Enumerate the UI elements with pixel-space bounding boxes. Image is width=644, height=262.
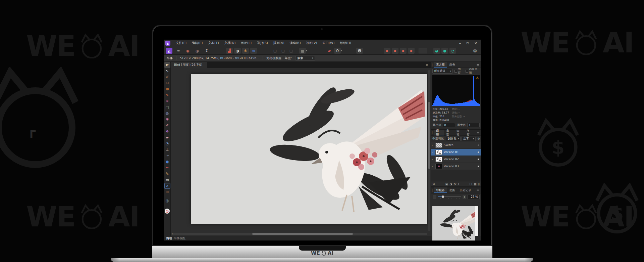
auto-contrast-button[interactable]: ◑ xyxy=(234,48,241,54)
sharpen-tool-icon[interactable]: ✒ xyxy=(164,165,170,171)
auto-levels-button[interactable]: ▟ xyxy=(226,48,233,54)
smooth-brush-tool-icon[interactable]: ✑ xyxy=(164,153,170,159)
auto-colors-button[interactable]: ❀ xyxy=(242,48,249,54)
duplicate-layer-icon[interactable]: ⧉ xyxy=(433,182,435,186)
panel-menu-icon[interactable]: ≡ xyxy=(475,62,481,68)
navigator-tab-2[interactable]: 历史记录 xyxy=(458,187,474,193)
insert-replace-button[interactable]: ▪ xyxy=(408,48,415,54)
account-button[interactable]: ☺ xyxy=(472,48,478,54)
dodge-tool-icon[interactable]: ✎ xyxy=(164,171,170,177)
visibility-dot-icon[interactable] xyxy=(478,144,479,146)
blur-tool-icon[interactable]: ◔ xyxy=(164,141,170,146)
zoom-tool-icon[interactable]: ◎ xyxy=(164,198,170,204)
text-tool-icon[interactable]: A xyxy=(164,183,170,189)
checkbox-icon[interactable] xyxy=(454,70,457,73)
no-entry-badge-icon[interactable]: ⊘ xyxy=(165,209,170,214)
layers-tab-0[interactable]: 图层 xyxy=(434,130,444,135)
layer-row-sketch[interactable]: ›Sketch xyxy=(431,142,481,149)
layers-tab-3[interactable]: 库存 xyxy=(464,130,474,135)
flood-select-tool-icon[interactable]: ✎ xyxy=(164,92,170,98)
units-dropdown[interactable]: 像素 ▾ xyxy=(295,56,315,60)
liquify-persona-button[interactable]: ≈ xyxy=(175,48,182,54)
mesh-warp-tool-icon[interactable]: ⊞ xyxy=(164,189,170,195)
paint-brush-tool-icon[interactable]: ✐ xyxy=(164,123,170,128)
vertical-scrollbar[interactable] xyxy=(428,70,430,231)
rectangle-tool-icon[interactable]: ▭ xyxy=(164,177,170,183)
group-icon[interactable]: ❐ xyxy=(470,182,472,186)
mask-icon[interactable]: ▣ xyxy=(445,182,448,186)
menu-item-1[interactable]: 编辑[E] xyxy=(189,41,205,45)
zoom-slider-knob[interactable] xyxy=(442,195,444,198)
expand-icon[interactable]: › xyxy=(432,150,434,154)
crop-tool-icon[interactable]: ⊡ xyxy=(164,80,170,86)
mixer-brush-tool-icon[interactable]: ❖ xyxy=(164,129,170,134)
gear-icon[interactable]: ⚙ xyxy=(477,137,480,140)
document-page[interactable] xyxy=(191,74,427,224)
magic-wand-tool-icon[interactable]: ✶ xyxy=(164,98,170,104)
visibility-dot-icon[interactable] xyxy=(478,166,479,167)
menu-item-5[interactable]: 选择[S] xyxy=(254,41,270,45)
auto-white-balance-button[interactable]: ⊕ xyxy=(250,48,257,54)
menu-item-7[interactable]: 滤镜[R] xyxy=(287,41,303,45)
horizontal-scrollbar[interactable]: ◂ xyxy=(171,233,427,235)
spray-tool-icon[interactable]: ✺ xyxy=(164,117,170,122)
insert-behind-button[interactable]: ▪ xyxy=(384,48,390,54)
checkbox-icon[interactable] xyxy=(466,70,468,73)
layer-row-version-03[interactable]: ›❀Version 03 xyxy=(431,163,481,170)
adjustment-icon[interactable]: ◑ xyxy=(449,182,452,186)
develop-persona-button[interactable]: ◉ xyxy=(184,48,191,54)
live-filter-icon[interactable]: I xyxy=(458,182,459,186)
color-picker-tool-icon[interactable]: ✐ xyxy=(164,74,170,80)
zoom-slider[interactable] xyxy=(438,195,461,199)
horizontal-scroll-thumb[interactable] xyxy=(252,233,353,235)
fx-icon[interactable]: fx xyxy=(454,182,457,186)
navigator-tab-0[interactable]: 导航器 xyxy=(434,187,447,193)
opacity-dropdown[interactable]: 100 % ▾ xyxy=(446,137,461,141)
chevron-down-icon[interactable]: ▾ xyxy=(306,49,309,52)
panel-menu-icon[interactable]: ≡ xyxy=(475,130,481,135)
selection-brush-tool-icon[interactable]: ❂ xyxy=(164,86,170,92)
max-input[interactable]: 1 xyxy=(467,123,480,127)
expand-icon[interactable]: › xyxy=(432,143,434,147)
scroll-left-arrow-icon[interactable]: ◂ xyxy=(171,232,173,235)
histogram-tab-1[interactable]: 颜色 xyxy=(447,62,458,68)
export-persona-button[interactable]: ↧ xyxy=(203,48,210,54)
align-button-1[interactable]: ▢ xyxy=(272,48,278,54)
marquee-tool-icon[interactable]: ▢ xyxy=(164,104,170,110)
align-button-3[interactable]: ▢ xyxy=(288,48,294,54)
visibility-dot-icon[interactable] xyxy=(478,159,479,160)
layers-tab-2[interactable]: 画笔 xyxy=(454,130,464,135)
snapping-preset-button[interactable]: ▰ xyxy=(326,48,333,54)
disabled-field[interactable] xyxy=(419,48,427,53)
selection-teal-button-1[interactable]: ◕ xyxy=(433,48,440,54)
close-document-icon[interactable]: × xyxy=(423,63,431,67)
snapping-magnet-button[interactable]: Ω xyxy=(334,48,341,54)
zoom-out-button[interactable]: − xyxy=(433,195,436,199)
close-button[interactable]: × xyxy=(474,42,477,45)
channel-dropdown[interactable]: 所有通道 ▾ xyxy=(432,69,453,74)
maximize-button[interactable]: ▢ xyxy=(466,42,469,45)
histogram-checkbox-1[interactable]: 选取范围 xyxy=(466,67,480,75)
min-input[interactable]: 0 xyxy=(443,123,455,127)
app-logo-icon[interactable]: ◭ xyxy=(165,41,170,46)
blend-mode-dropdown[interactable]: 正常 ▾ xyxy=(462,137,476,141)
layer-row-version-02[interactable]: ›Version 02 xyxy=(431,156,481,163)
vertical-scroll-thumb[interactable] xyxy=(428,102,430,169)
chevron-down-icon[interactable]: ▾ xyxy=(341,49,343,52)
tonemap-persona-button[interactable]: ◎ xyxy=(194,48,201,54)
menu-item-9[interactable]: 窗口[W] xyxy=(320,41,337,45)
insert-above-button[interactable]: ▪ xyxy=(392,48,398,54)
layer-row-version-01[interactable]: ›Version 01 xyxy=(431,149,481,156)
menu-item-6[interactable]: 排列[A] xyxy=(270,41,287,45)
assistant-button[interactable]: ☻ xyxy=(356,48,363,54)
smudge-tool-icon[interactable]: ● xyxy=(164,159,170,165)
pixel-tool-icon[interactable]: ◍ xyxy=(164,111,170,116)
align-button-2[interactable]: ▢ xyxy=(280,48,286,54)
menu-item-8[interactable]: 视图[V] xyxy=(303,41,320,45)
new-layer-icon[interactable]: ▦ xyxy=(474,182,476,186)
navigator-tab-1[interactable]: 变换 xyxy=(447,187,458,193)
histogram-tab-0[interactable]: 直方图 xyxy=(434,62,447,68)
layers-tab-1[interactable]: 通道 xyxy=(444,130,454,135)
expand-icon[interactable]: › xyxy=(432,158,434,161)
minimize-button[interactable]: – xyxy=(459,42,461,45)
